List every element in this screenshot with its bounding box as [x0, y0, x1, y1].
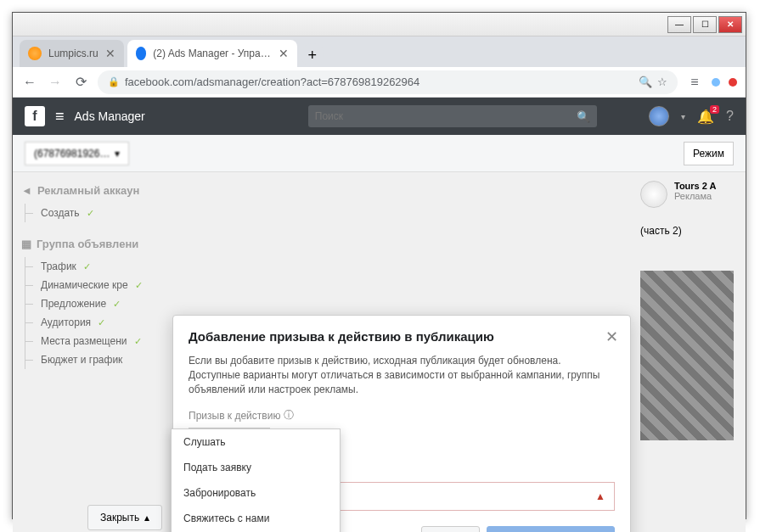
- address-bar: ← → ⟳ 🔒 facebook.com/adsmanager/creation…: [13, 67, 746, 98]
- lock-icon: 🔒: [108, 76, 120, 87]
- window-close[interactable]: ✕: [718, 16, 742, 33]
- browser-tab[interactable]: Lumpics.ru ✕: [20, 40, 124, 67]
- nav-back-icon[interactable]: ←: [21, 74, 38, 91]
- info-icon[interactable]: ⓘ: [284, 408, 294, 423]
- star-icon[interactable]: ☆: [657, 76, 667, 88]
- favicon-icon: [28, 47, 42, 60]
- account-label: (67876981926…: [34, 148, 110, 160]
- checkmark-icon: ✓: [87, 208, 94, 219]
- modal-title: Добавление призыва к действию в публикац…: [189, 329, 615, 344]
- cta-dropdown-list: Слушать Подать заявку Забронировать Свяж…: [171, 428, 341, 532]
- sidebar-item[interactable]: Трафик✓: [25, 257, 149, 276]
- account-selector[interactable]: (67876981926… ▾: [25, 142, 129, 165]
- fb-menu-icon[interactable]: ≡: [55, 108, 65, 126]
- checkmark-icon: ✓: [134, 336, 142, 347]
- close-button[interactable]: Закрыть ▴: [87, 505, 162, 530]
- sidebar-item[interactable]: Места размещени✓: [25, 332, 149, 350]
- chevron-down-icon: ▾: [115, 148, 120, 160]
- page-title: Tours 2 A: [674, 181, 717, 191]
- warning-icon: ▲: [595, 490, 605, 502]
- checkmark-icon: ✓: [98, 317, 105, 328]
- checkmark-icon: ✓: [83, 261, 91, 272]
- fb-search-input[interactable]: [315, 110, 577, 122]
- dropdown-item[interactable]: Слушать: [172, 429, 340, 455]
- account-bar: (67876981926… ▾ Режим: [13, 135, 746, 172]
- browser-tabstrip: Lumpics.ru ✕ (2) Ads Manager - Управлени…: [13, 36, 746, 67]
- fb-logo-icon[interactable]: f: [25, 106, 45, 126]
- page-avatar-icon: [640, 181, 667, 208]
- update-publication-button[interactable]: Обновить публикацию: [487, 526, 615, 532]
- dropdown-item[interactable]: Свяжитесь с нами: [172, 506, 340, 531]
- dropdown-item[interactable]: Забронировать: [172, 480, 340, 506]
- fb-search-field[interactable]: 🔍: [308, 105, 597, 127]
- nav-forward-icon[interactable]: →: [47, 74, 64, 91]
- window-minimize[interactable]: —: [667, 16, 691, 33]
- mode-button[interactable]: Режим: [684, 142, 734, 165]
- preview-card: Tours 2 A Реклама: [640, 181, 734, 208]
- cancel-button[interactable]: Отмена: [421, 526, 480, 532]
- help-icon[interactable]: ?: [726, 109, 734, 124]
- chevron-up-icon: ▴: [144, 512, 149, 524]
- sidebar-item[interactable]: Предложение✓: [25, 294, 149, 313]
- search-icon[interactable]: 🔍: [577, 110, 590, 123]
- sidebar-item[interactable]: Бюджет и график: [25, 350, 149, 369]
- checkmark-icon: ✓: [135, 280, 143, 291]
- preview-image: [640, 271, 734, 440]
- favicon-icon: [136, 47, 147, 60]
- sidebar-item[interactable]: Аудитория✓: [25, 313, 149, 332]
- sidebar-item-create[interactable]: Создать ✓: [25, 204, 149, 222]
- cta-label: Призыв к действию ⓘ: [189, 408, 615, 423]
- browser-tab-active[interactable]: (2) Ads Manager - Управление р ✕: [127, 40, 297, 67]
- new-tab-button[interactable]: +: [301, 43, 324, 67]
- tab-title: Lumpics.ru: [48, 48, 99, 59]
- extension-icon[interactable]: ≡: [686, 74, 703, 91]
- modal-close-icon[interactable]: ✕: [605, 328, 618, 346]
- url-input[interactable]: 🔒 facebook.com/adsmanager/creation?act=6…: [98, 70, 678, 94]
- tab-title: (2) Ads Manager - Управление р: [153, 48, 271, 59]
- url-text: facebook.com/adsmanager/creation?act=678…: [125, 76, 419, 88]
- modal-description: Если вы добавите призыв к действию, исхо…: [189, 354, 615, 396]
- fb-topbar: f ≡ Ads Manager 🔍 ▾ 🔔2 ?: [13, 98, 746, 135]
- sidebar-item[interactable]: Динамические кре✓: [25, 276, 149, 294]
- avatar[interactable]: [649, 106, 669, 126]
- tab-close-icon[interactable]: ✕: [105, 47, 115, 60]
- adblock-icon[interactable]: [729, 78, 737, 87]
- profile-dot-icon[interactable]: [712, 78, 720, 87]
- dropdown-item[interactable]: Подать заявку: [172, 455, 340, 480]
- tab-close-icon[interactable]: ✕: [279, 47, 289, 60]
- page-subtitle: Реклама: [674, 191, 717, 201]
- chevron-down-icon[interactable]: ▾: [681, 112, 685, 121]
- window-maximize[interactable]: ☐: [693, 16, 717, 33]
- search-in-url-icon[interactable]: 🔍: [639, 76, 652, 88]
- preview-caption: (часть 2): [640, 225, 734, 237]
- fb-brand: Ads Manager: [75, 109, 145, 123]
- checkmark-icon: ✓: [113, 299, 121, 310]
- notification-bell-icon[interactable]: 🔔2: [697, 109, 714, 125]
- notification-count: 2: [710, 105, 719, 114]
- nav-reload-icon[interactable]: ⟳: [72, 74, 89, 91]
